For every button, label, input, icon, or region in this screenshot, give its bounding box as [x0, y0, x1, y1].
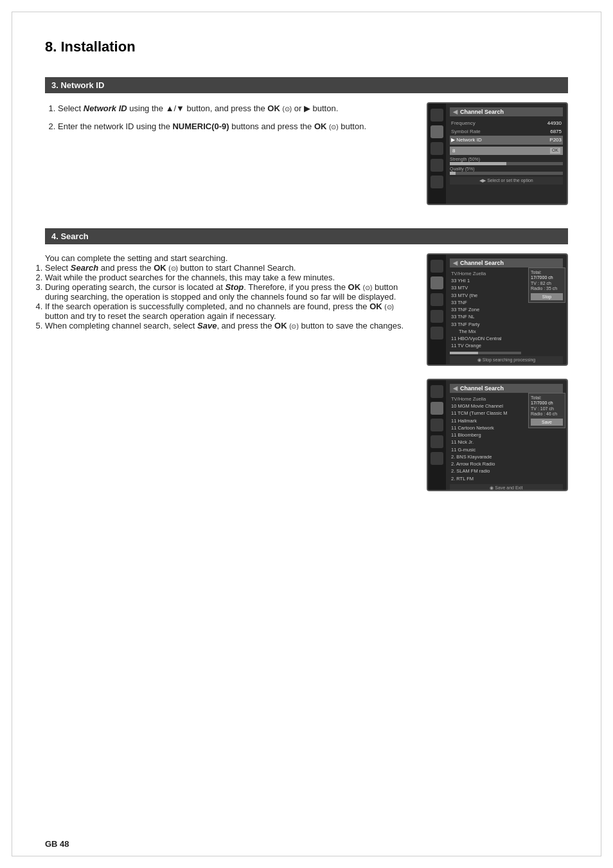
tv-bar-quality-fill — [450, 172, 456, 175]
ch-item: The Mix — [450, 328, 563, 335]
tv-title-search1: ◀ Channel Search — [450, 258, 563, 267]
tv-bar-quality: Quality (5%) — [450, 167, 563, 175]
tv-btn-1 — [431, 109, 443, 122]
ch-item: 2. Arrow Rock Radio — [450, 460, 563, 467]
tv-s2-btn2 — [431, 402, 443, 415]
tv-footer-s2: ◉ Save and Exit — [450, 484, 563, 491]
tv-s1-btn5 — [431, 327, 443, 339]
tv-btn-2 — [431, 125, 443, 138]
tv-s1-btn1 — [431, 260, 443, 273]
tv-row-network: ▶ Network ID P203 — [450, 136, 563, 144]
section3-screen: ◀ Channel Search Frequency 44930 Symbol … — [427, 102, 568, 213]
tv-footer-network: ◀▶ Select or set the option — [450, 177, 563, 185]
ch-item: 11 Bloomberg — [450, 431, 563, 439]
tv-s2-btn3 — [431, 419, 443, 431]
tv-s1-btn4 — [431, 310, 443, 323]
tv-main-search2: ◀ Channel Search TV/Home Zuella 10 MGM M… — [446, 380, 567, 490]
tv-s2-btn5 — [431, 452, 443, 465]
tv-bar-strength-fill — [450, 162, 506, 165]
tv-save-btn: Save — [531, 419, 563, 426]
tv-back-arrow-s1: ◀ — [453, 260, 458, 266]
ch-item: 2. SLAM FM radio — [450, 467, 563, 475]
tv-stop-btn: Stop — [531, 293, 563, 300]
tv-progress-s1 — [450, 352, 521, 354]
tv-btn-5 — [431, 176, 443, 188]
tv-sidebar-s2 — [428, 380, 446, 490]
tv-row-symbol: Symbol Rate 6875 — [450, 127, 563, 136]
tv-back-arrow-s2: ◀ — [453, 385, 458, 392]
ch-item: 11 TV Orange — [450, 342, 563, 349]
tv-info-panel-s1: Total: 17/7000 ch TV : 82 ch Radio : 35 … — [528, 267, 565, 303]
tv-row-freq: Frequency 44930 — [450, 119, 563, 127]
tv-sidebar-s1 — [428, 255, 446, 365]
tv-info-panel-s2: Total: 17/7000 ch TV : 107 ch Radio : 46… — [528, 393, 565, 428]
ch-item: 33 TNF Zone — [450, 306, 563, 313]
tv-s1-btn2 — [431, 276, 443, 289]
tv-s2-btn4 — [431, 435, 443, 448]
ch-item: 2. BNS Klayvarade — [450, 453, 563, 460]
tv-sidebar — [428, 104, 446, 204]
ch-item: 11 G-music — [450, 446, 563, 453]
page-footer: GB 48 — [45, 839, 69, 849]
tv-btn-3 — [431, 142, 443, 155]
tv-s2-btn1 — [431, 385, 443, 398]
ch-item: 11 Nick Jr. — [450, 439, 563, 446]
tv-screen-search1: ◀ Channel Search TV/Home Zuella 33 YHI 1… — [427, 253, 568, 366]
tv-main-search1: ◀ Channel Search TV/Home Zuella 33 YHI 1… — [446, 255, 567, 365]
tv-screen-search2: ◀ Channel Search TV/Home Zuella 10 MGM M… — [427, 379, 568, 491]
tv-footer-s1: ◉ Stop searching processing — [450, 356, 563, 364]
tv-title-search2: ◀ Channel Search — [450, 384, 563, 393]
tv-ok-btn: OK — [550, 148, 560, 154]
tv-bar-strength: Strength (50%) — [450, 157, 563, 165]
tv-btn-4 — [431, 159, 443, 172]
ch-item: 11 HBO/VyoDN Central — [450, 335, 563, 342]
tv-progress-fill-s1 — [450, 352, 478, 354]
tv-back-arrow: ◀ — [453, 109, 458, 115]
tv-main-network: ◀ Channel Search Frequency 44930 Symbol … — [446, 104, 567, 188]
ch-item: 33 TNF NL — [450, 313, 563, 320]
tv-s1-btn3 — [431, 293, 443, 306]
ch-item: 2. RTL FM — [450, 475, 563, 482]
ch-item: 33 TNF Party — [450, 321, 563, 328]
tv-screen-network: ◀ Channel Search Frequency 44930 Symbol … — [427, 102, 568, 205]
tv-input-network: 8 OK — [450, 147, 563, 155]
tv-title-network: ◀ Channel Search — [450, 107, 563, 116]
